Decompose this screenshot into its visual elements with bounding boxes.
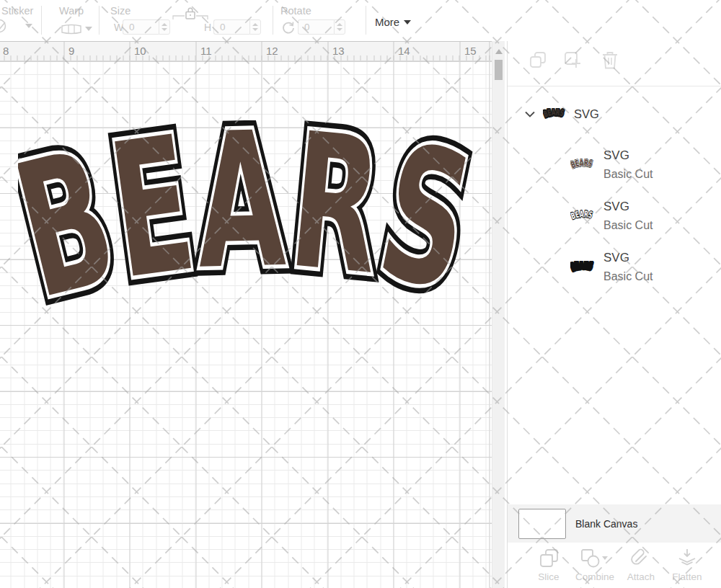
warp-dropdown-caret[interactable] (85, 27, 92, 31)
layer-row-outline[interactable]: BEARS BEARS SVG Basic Cut (508, 190, 721, 241)
toolbar-divider (273, 6, 273, 35)
height-label: H (204, 22, 211, 33)
canvas-grid[interactable]: BEARS BEARS BEARS (0, 61, 492, 588)
warp-section-label: Warp (59, 5, 84, 17)
toolbar-divider (41, 6, 42, 35)
layer-thumbnail-outline: BEARS BEARS (570, 210, 595, 222)
more-label: More (375, 16, 399, 28)
layer-title: SVG (603, 249, 653, 267)
height-input[interactable] (213, 19, 249, 35)
rotate-field-group (298, 19, 345, 35)
chevron-down-icon[interactable] (525, 111, 535, 117)
more-button[interactable]: More (375, 16, 411, 28)
combine-label: Combine (575, 571, 614, 582)
size-section-label: Size (110, 5, 131, 17)
ruler-number: 12 (266, 45, 278, 57)
warp-icon[interactable] (61, 23, 82, 35)
ruler-number: 8 (3, 45, 9, 57)
slice-button[interactable]: Slice (526, 548, 571, 588)
combine-icon (580, 548, 609, 568)
scrollbar-thumb[interactable] (495, 60, 503, 80)
combine-button[interactable]: Combine (572, 548, 617, 588)
sticker-dropdown-caret[interactable] (25, 24, 32, 28)
top-toolbar: Sticker Warp Size W H Rotate More (0, 0, 721, 41)
delete-layer-icon[interactable] (602, 51, 618, 69)
toolbar-divider (366, 6, 366, 35)
blank-canvas-label: Blank Canvas (575, 518, 637, 530)
panel-divider (508, 86, 721, 86)
rotate-input[interactable] (298, 19, 334, 35)
stepper-up-icon[interactable] (162, 23, 167, 26)
sticker-icon[interactable] (0, 19, 11, 33)
rotate-section-label: Rotate (280, 5, 311, 17)
layer-group-row[interactable]: BEARS BEARS SVG (508, 101, 721, 127)
ruler-number: 9 (68, 45, 74, 57)
layer-subtitle: Basic Cut (603, 216, 653, 234)
attach-label: Attach (627, 571, 655, 582)
sticker-section-label: Sticker (1, 5, 33, 17)
chevron-down-icon (404, 20, 411, 24)
stepper-down-icon[interactable] (162, 28, 167, 31)
layer-title: SVG (603, 197, 653, 216)
rotate-icon[interactable] (281, 21, 296, 35)
blank-canvas-row[interactable]: Blank Canvas (508, 504, 721, 543)
height-stepper[interactable] (249, 19, 261, 35)
horizontal-ruler: 8 9 10 11 12 13 14 15 (0, 41, 492, 61)
width-stepper[interactable] (159, 19, 170, 35)
scroll-up-arrow-icon[interactable] (495, 49, 503, 54)
slice-icon (539, 548, 559, 568)
svg-text:BEARS: BEARS (570, 210, 593, 221)
toolbar-divider (99, 6, 99, 35)
ruler-number: 13 (332, 45, 345, 57)
svg-text:BEARS: BEARS (543, 108, 565, 120)
layer-thumbnail-brown: BEARS BEARS BEARS (570, 159, 595, 171)
ruler-number: 14 (398, 45, 410, 57)
slice-label: Slice (538, 571, 559, 582)
ruler-number: 15 (464, 45, 477, 57)
ruler-number: 11 (200, 45, 212, 57)
bottom-toolbar: Slice Combine Attach Flatten (508, 543, 721, 588)
logo-fill-text: BEARS (18, 120, 483, 329)
add-layer-icon[interactable] (564, 51, 581, 68)
layer-subtitle: Basic Cut (603, 267, 653, 285)
flatten-icon (677, 548, 697, 568)
layer-title: SVG (603, 146, 653, 165)
layer-subtitle: Basic Cut (603, 165, 653, 183)
layer-thumbnail-solid: BEARS (570, 261, 595, 273)
layer-actions-row (508, 41, 721, 86)
stepper-up-icon[interactable] (252, 23, 258, 26)
rotate-stepper[interactable] (334, 19, 345, 35)
design-canvas[interactable]: 8 9 10 11 12 13 14 15 BEARS BEARS BEARS (0, 41, 507, 588)
attach-icon (630, 548, 652, 568)
stepper-down-icon[interactable] (337, 28, 342, 31)
flatten-label: Flatten (672, 571, 702, 582)
layers-panel: Layers Color Sync BEARS BEARS (507, 0, 721, 588)
attach-button[interactable]: Attach (619, 548, 663, 588)
width-input[interactable] (123, 19, 159, 35)
layer-row-brown[interactable]: BEARS BEARS BEARS SVG Basic Cut (508, 139, 721, 190)
bears-logo[interactable]: BEARS BEARS BEARS (18, 120, 483, 329)
svg-text:BEARS: BEARS (570, 261, 593, 272)
stepper-up-icon[interactable] (337, 23, 342, 26)
size-lock-icon[interactable] (171, 6, 210, 20)
group-thumbnail: BEARS BEARS (543, 108, 566, 120)
blank-canvas-thumbnail[interactable] (518, 509, 566, 539)
svg-text:BEARS: BEARS (570, 159, 593, 170)
height-field-group (213, 19, 261, 35)
stepper-down-icon[interactable] (252, 28, 258, 31)
canvas-vertical-scrollbar[interactable] (492, 41, 505, 588)
ruler-number: 10 (134, 45, 146, 57)
layer-row-solid[interactable]: BEARS SVG Basic Cut (508, 241, 721, 292)
layer-group-title: SVG (574, 107, 599, 121)
duplicate-layer-icon[interactable] (529, 51, 547, 68)
width-field-group (123, 19, 170, 35)
flatten-button[interactable]: Flatten (665, 548, 709, 588)
